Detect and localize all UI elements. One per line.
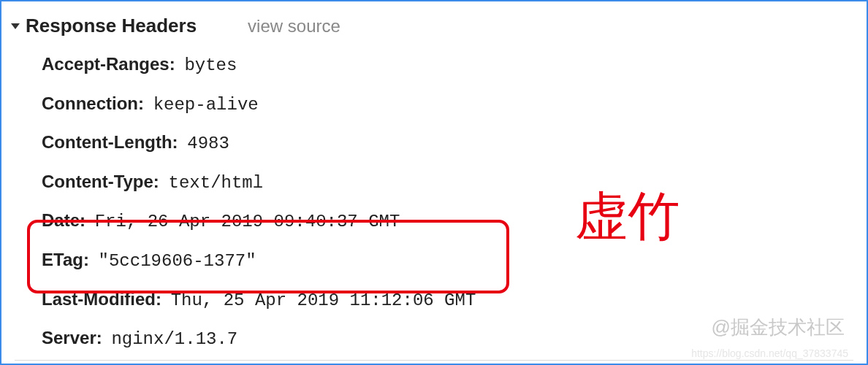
header-row: ETag: "5cc19606-1377" [42,247,867,274]
headers-list: Accept-Ranges: bytes Connection: keep-al… [12,52,867,352]
header-name: Accept-Ranges: [42,54,175,74]
section-header[interactable]: Response Headers view source [12,15,867,37]
collapse-triangle-icon[interactable] [11,23,20,29]
header-value: bytes [184,55,237,75]
header-name: Server: [42,328,102,347]
section-title: Response Headers [26,15,197,37]
header-value: 4983 [187,134,229,153]
header-row: Accept-Ranges: bytes [42,52,867,78]
header-name: Connection: [42,93,144,113]
annotation-text: 虚竹 [575,182,680,252]
header-row: Last-Modified: Thu, 25 Apr 2019 11:12:06… [42,287,867,313]
header-name: Date: [42,210,85,230]
header-value: text/html [169,173,264,193]
header-value: nginx/1.13.7 [111,329,237,349]
header-row: Connection: keep-alive [42,91,867,118]
header-row: Content-Length: 4983 [42,130,867,156]
header-value: Thu, 25 Apr 2019 11:12:06 GMT [171,291,476,310]
header-value: keep-alive [153,95,259,115]
header-value: Fri, 26 Apr 2019 09:40:37 GMT [95,212,400,231]
header-name: Content-Type: [42,172,159,191]
header-row: Date: Fri, 26 Apr 2019 09:40:37 GMT [42,208,867,234]
header-row: Content-Type: text/html [42,169,867,196]
divider [15,360,853,361]
watermark-juejin: @掘金技术社区 [712,315,845,340]
header-value: "5cc19606-1377" [99,251,256,271]
view-source-link[interactable]: view source [248,16,340,36]
header-name: ETag: [42,250,89,269]
watermark-csdn: https://blog.csdn.net/qq_37833745 [691,347,848,359]
header-name: Content-Length: [42,132,178,152]
header-name: Last-Modified: [42,289,161,309]
response-headers-panel: Response Headers view source Accept-Rang… [0,0,868,365]
